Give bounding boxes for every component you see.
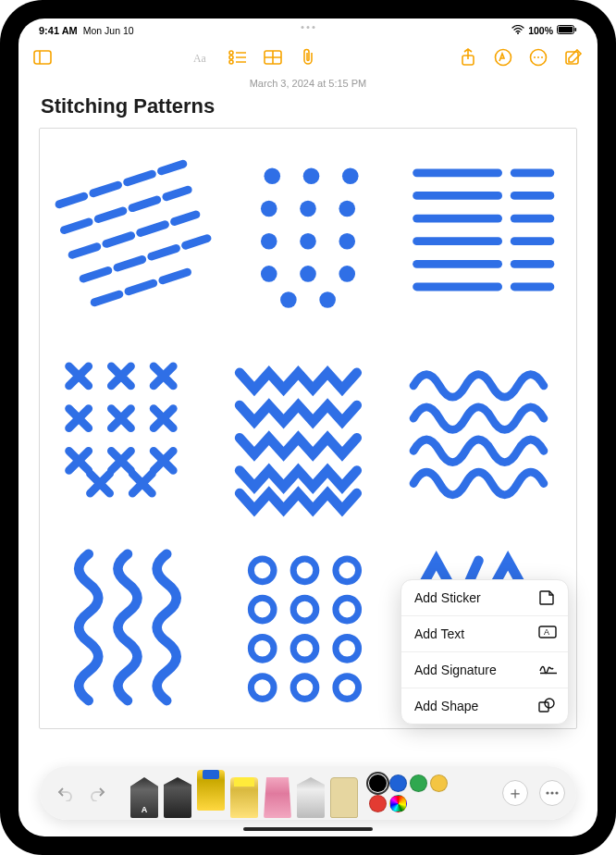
svg-text:A: A (544, 627, 549, 637)
svg-point-93 (251, 598, 274, 621)
swatch-black[interactable] (369, 774, 387, 792)
tool-highlighter[interactable] (230, 777, 258, 818)
svg-point-96 (251, 637, 274, 660)
status-date: Mon Jun 10 (83, 25, 134, 36)
svg-rect-2 (559, 27, 573, 32)
tool-fine-pen[interactable] (164, 777, 191, 818)
svg-point-51 (261, 266, 277, 282)
palette-add-button[interactable]: ＋ (502, 780, 528, 806)
svg-line-24 (93, 185, 118, 193)
popover-label: Add Signature (414, 663, 497, 677)
pattern-zigzag (227, 337, 389, 519)
svg-line-36 (117, 259, 142, 267)
svg-point-47 (339, 201, 355, 217)
status-time: 9:41 AM (39, 25, 78, 36)
multitask-dots[interactable] (302, 26, 315, 29)
table-icon[interactable] (264, 48, 282, 67)
wifi-icon (511, 25, 524, 36)
attachment-icon[interactable] (299, 48, 317, 67)
svg-rect-4 (34, 51, 51, 64)
app-toolbar: Aa (18, 39, 598, 76)
note-title[interactable]: Stitching Patterns (18, 89, 598, 128)
swatch-green[interactable] (410, 774, 427, 792)
svg-point-48 (261, 233, 277, 250)
svg-point-7 (229, 51, 233, 55)
svg-point-44 (342, 168, 359, 185)
tool-pencil[interactable] (297, 777, 325, 818)
svg-point-54 (280, 291, 297, 308)
battery-pct: 100% (528, 25, 553, 36)
svg-point-19 (534, 56, 536, 58)
svg-point-42 (264, 168, 280, 185)
swatch-blue[interactable] (389, 774, 407, 792)
svg-point-99 (251, 675, 274, 699)
redo-button[interactable] (84, 779, 112, 807)
signature-icon (538, 662, 555, 678)
tool-handwriting-pen[interactable] (130, 777, 158, 818)
svg-line-30 (166, 190, 188, 197)
svg-line-25 (128, 174, 153, 182)
pattern-dots (227, 143, 389, 326)
popover-label: Add Sticker (414, 590, 481, 605)
tool-ruler[interactable] (330, 777, 358, 818)
svg-line-28 (98, 211, 123, 219)
battery-icon (557, 25, 577, 36)
svg-point-49 (300, 233, 316, 250)
status-bar: 9:41 AM Mon Jun 10 100% (18, 19, 598, 39)
pattern-diagonal-dashes (53, 143, 216, 326)
pattern-open-circles (227, 531, 389, 713)
pattern-loose-wave (400, 337, 563, 519)
drawing-canvas[interactable]: Add Sticker Add Text A Add Signature Add… (39, 128, 577, 729)
svg-line-32 (106, 236, 131, 244)
svg-line-40 (129, 283, 154, 291)
svg-text:Aa: Aa (193, 52, 207, 65)
markup-toggle-icon[interactable] (494, 48, 512, 67)
textbox-icon: A (538, 626, 555, 642)
swatch-picker[interactable] (389, 795, 407, 812)
svg-point-92 (336, 559, 359, 582)
svg-point-11 (229, 60, 233, 64)
svg-point-50 (339, 233, 355, 250)
svg-point-9 (229, 56, 233, 59)
svg-line-33 (141, 225, 166, 233)
svg-point-91 (293, 559, 316, 582)
swatch-yellow[interactable] (430, 774, 448, 792)
svg-point-20 (537, 56, 539, 58)
svg-point-46 (300, 201, 316, 217)
undo-button[interactable] (51, 779, 79, 807)
add-popover: Add Sticker Add Text A Add Signature Add… (400, 579, 569, 725)
popover-add-text[interactable]: Add Text A (401, 616, 568, 652)
svg-line-39 (94, 294, 119, 303)
compose-icon[interactable] (564, 48, 583, 67)
share-icon[interactable] (459, 48, 477, 67)
tool-eraser[interactable] (264, 777, 291, 818)
svg-line-35 (83, 270, 108, 279)
popover-label: Add Shape (414, 699, 478, 713)
swatch-red[interactable] (369, 795, 387, 812)
svg-line-26 (161, 164, 182, 171)
popover-add-sticker[interactable]: Add Sticker (401, 580, 568, 616)
text-format-icon[interactable]: Aa (193, 48, 212, 67)
svg-line-38 (186, 239, 207, 246)
popover-add-signature[interactable]: Add Signature (401, 652, 568, 688)
svg-line-37 (152, 248, 177, 256)
more-icon[interactable] (529, 48, 548, 67)
tool-marker[interactable] (197, 770, 225, 811)
svg-point-21 (541, 56, 543, 58)
svg-point-43 (303, 168, 320, 185)
home-indicator[interactable] (243, 827, 373, 831)
svg-point-97 (293, 637, 316, 660)
color-swatches (369, 774, 454, 812)
svg-point-45 (261, 201, 277, 217)
checklist-icon[interactable] (228, 48, 247, 67)
svg-point-101 (336, 675, 359, 699)
svg-point-52 (300, 266, 316, 282)
palette-more-button[interactable] (539, 780, 565, 806)
popover-add-shape[interactable]: Add Shape (401, 688, 568, 724)
pattern-vertical-wave (53, 531, 216, 713)
sidebar-toggle-icon[interactable] (33, 48, 52, 67)
pattern-horizontal-lines (400, 143, 563, 326)
svg-point-55 (319, 291, 336, 308)
svg-point-98 (336, 637, 359, 660)
svg-point-95 (336, 598, 359, 621)
